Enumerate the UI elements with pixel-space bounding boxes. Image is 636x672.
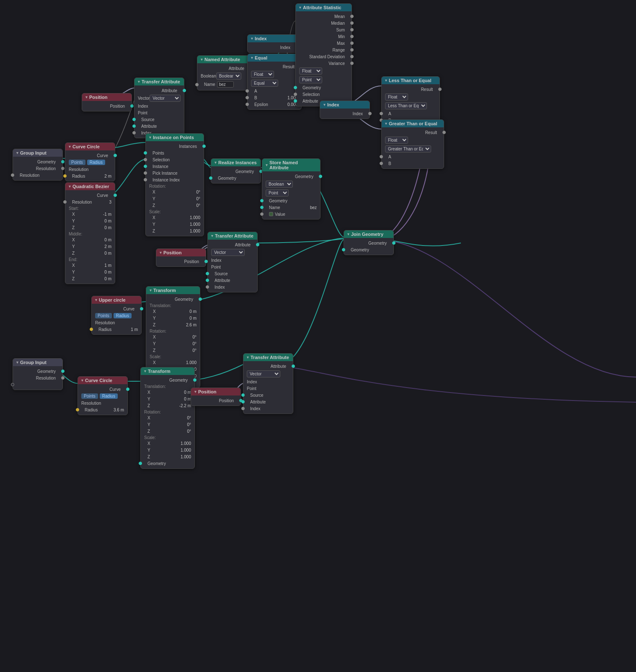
i1-idx-row: Index [248,44,297,51]
qb-mx-label: X [72,238,75,242]
gi2-geo-socket [61,370,65,373]
gte-type-select[interactable]: Greater Than or Eq. [385,145,431,152]
collapse-icon-qb[interactable]: ▾ [69,184,71,189]
gi2-socket-left-row [13,381,62,388]
p3-pos-row: Position [191,397,240,404]
collapse-icon[interactable]: ▾ [16,151,18,155]
na-bool-label: Boolean [201,74,216,78]
uc-body: Curve Points Radius Resolution Radius 1 … [92,304,141,334]
ta3-vec-select[interactable]: Vector [247,370,280,377]
gte-b-socket [380,162,383,165]
collapse-icon-gi2[interactable]: ▾ [16,360,18,364]
collapse-icon-eq[interactable]: ▾ [251,56,253,60]
collapse-icon-ta3[interactable]: ▾ [247,355,249,359]
collapse-icon-ta1[interactable]: ▾ [138,80,140,84]
ta1-vec-select[interactable]: Vector [150,95,181,102]
gte-result-label: Result [425,130,437,135]
ri-title: Realize Instances [218,160,257,165]
ta2-src-label: Source [215,271,228,276]
tr2-geo-right-socket [193,378,196,382]
cc1-radius-value: 2 m [104,174,111,178]
collapse-icon-i2[interactable]: ▾ [323,103,326,107]
tr1-ty-value: 0 m [189,316,196,320]
sna-bool-select[interactable]: Boolean [266,181,293,188]
collapse-icon-tr2[interactable]: ▾ [144,369,146,373]
na-bool-select[interactable]: Boolean [216,72,241,80]
collapse-icon-p1[interactable]: ▾ [85,95,88,99]
collapse-icon-as[interactable]: ▾ [299,5,301,10]
curve-circle-1-node: ▾ Curve Circle Curve Points Radius Resol… [65,142,115,181]
iop-pts-row: Points [146,150,204,156]
curve-circle-1-title: Curve Circle [72,144,100,149]
iop-pick-row: Pick Instance [146,170,204,176]
ta2-attr-socket [256,243,259,246]
collapse-icon-sna[interactable]: ▾ [266,163,268,167]
collapse-icon-jg[interactable]: ▾ [347,232,349,236]
collapse-icon-gte[interactable]: ▾ [385,121,387,126]
qb-start-label: Start: [65,205,115,211]
iop-iidx-row: Instance Index [146,176,204,183]
as-range-row: Range [296,47,352,53]
curve-circle-1-header: ▾ Curve Circle [65,143,115,150]
collapse-icon-lte[interactable]: ▾ [385,78,387,83]
collapse-icon-p2[interactable]: ▾ [160,251,162,255]
position-1-title: Position [89,95,107,100]
eq-b-label: B [254,96,257,100]
collapse-icon-na[interactable]: ▾ [201,57,203,62]
collapse-icon-uc[interactable]: ▾ [95,298,97,302]
uc-resolution-row: Resolution [92,319,141,326]
collapse-icon-cc1[interactable]: ▾ [69,145,71,149]
collapse-icon-i1[interactable]: ▾ [251,36,253,41]
p2-pos-row: Position [156,258,206,265]
gte-float-select[interactable]: Float [385,137,408,144]
eq-float-select[interactable]: Float [251,71,274,78]
tr2-sz-value: 1.000 [181,455,191,459]
cc2-curve-label: Curve [109,387,121,392]
qb-my-value: 2 m [104,244,111,249]
uc-points-badge: Points [95,313,112,318]
tr1-header: ▾ Transform [146,287,200,294]
transform-2-node: ▾ Transform Geometry Translation: X 0 m … [140,367,195,469]
i1-idx-label: Index [280,45,290,50]
tr1-ry-value: 0° [192,341,196,346]
lte-float-select[interactable]: Float [385,93,408,101]
tr1-title: Transform [153,288,176,293]
jg-header: ▾ Join Geometry [344,230,393,238]
collapse-icon-ri[interactable]: ▾ [215,160,217,165]
lte-type-select[interactable]: Less Than or Equal [385,102,427,109]
named-attribute-node: ▾ Named Attribute Attribute Boolean Bool… [197,55,251,90]
as-var-socket [350,62,354,65]
as-var-row: Variance [296,60,352,67]
collapse-icon-p3[interactable]: ▾ [194,390,196,394]
tr1-scale-label: Scale: [146,354,200,359]
na-header: ▾ Named Attribute [197,56,251,63]
tr2-sx-value: 1.000 [181,441,191,446]
ta3-idx2-label: Index [250,406,260,411]
jg-geo-right-label: Geometry [368,241,387,246]
sna-pt-select[interactable]: Point [266,189,289,196]
cc2-resolution-label: Resolution [81,401,101,406]
iop-rot-label: Rotation: [146,183,204,189]
eq-b-row: B 1.000 [248,94,301,101]
qb-sx-row: X -1 m [65,211,115,217]
eq-equal-select[interactable]: Equal [251,80,278,87]
qb-mx-row: X 0 m [65,236,115,243]
collapse-icon-ta2[interactable]: ▾ [211,234,213,238]
collapse-icon-tr1[interactable]: ▾ [150,288,152,292]
qb-sz-row: Z 0 m [65,224,115,231]
gi2-socket-left [11,383,14,386]
ta1-attr-row: Attribute [134,87,184,94]
as-sel-label: Selection [302,92,320,97]
as-float-select[interactable]: Float [299,67,322,75]
sna-val-checkbox[interactable] [269,212,273,216]
tr1-ry-row: Y 0° [146,340,200,347]
position-2-header: ▾ Position [156,249,206,256]
as-float-row: Float [296,67,352,75]
collapse-icon-cc2[interactable]: ▾ [81,378,83,383]
as-point-select[interactable]: Point [299,76,322,83]
ta2-vec-select[interactable]: Vector [211,249,245,256]
na-name-input[interactable] [217,81,234,88]
collapse-icon-iop[interactable]: ▾ [149,135,151,140]
sna-geo-right-socket [319,175,322,178]
eq-a-row: A [248,88,301,94]
